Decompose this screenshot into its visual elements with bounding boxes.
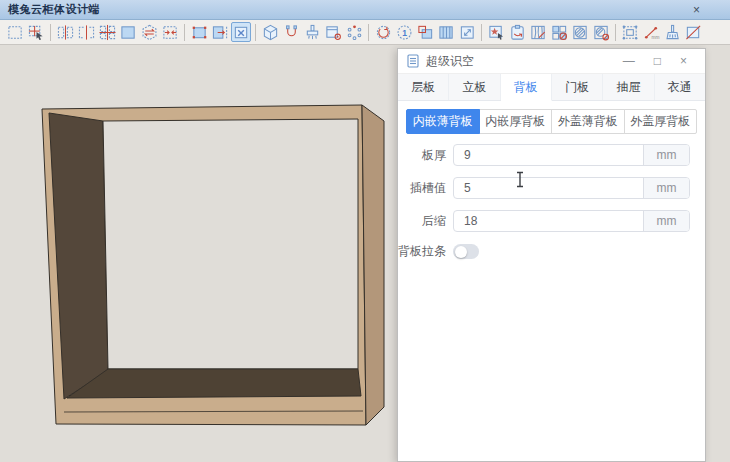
subtab-overlay-thick-back[interactable]: 外盖厚背板 [624, 109, 698, 134]
toolbar-separator [368, 24, 369, 41]
board-thickness-label: 板厚 [398, 147, 446, 164]
select-area-icon[interactable] [5, 22, 25, 42]
svg-text:1: 1 [402, 27, 407, 37]
backpanel-type-segmented: 内嵌薄背板 内嵌厚背板 外盖薄背板 外盖厚背板 [406, 109, 697, 134]
select-area-cursor-icon[interactable] [26, 22, 46, 42]
svg-text:mm: mm [651, 34, 659, 39]
component-dots-icon[interactable] [344, 22, 364, 42]
main-toolbar: 1mm [0, 20, 730, 45]
resize-panel-icon[interactable] [457, 22, 477, 42]
panel-titlebar: 超级识空 — □ × [398, 49, 705, 74]
back-inset-label: 后缩 [398, 213, 446, 230]
lined-panel-icon[interactable] [436, 22, 456, 42]
toolbar-separator [255, 24, 256, 41]
back-inset-unit: mm [643, 211, 689, 231]
curtain-edit-icon[interactable] [528, 22, 548, 42]
delete-panel-icon[interactable] [231, 22, 251, 42]
slot-value-row: 插槽值 mm [398, 177, 690, 199]
toolbar-separator [50, 24, 51, 41]
merge-panels-icon[interactable] [160, 22, 180, 42]
extend-panel-right-icon[interactable] [210, 22, 230, 42]
back-inset-input[interactable] [454, 211, 643, 231]
tab-yitong[interactable]: 衣通 [655, 74, 705, 100]
split-grid-icon[interactable] [97, 22, 117, 42]
slot-value-label: 插槽值 [398, 180, 446, 197]
subtab-inset-thin-back[interactable]: 内嵌薄背板 [406, 109, 480, 134]
grid-disable-icon[interactable] [549, 22, 569, 42]
back-inset-row: 后缩 mm [398, 210, 690, 232]
back-strip-toggle-label: 背板拉条 [398, 243, 446, 260]
slot-value-inputwrap: mm [453, 177, 690, 199]
panel-corner-points-icon[interactable] [189, 22, 209, 42]
toolbar-separator [184, 24, 185, 41]
board-thickness-unit: mm [643, 145, 689, 165]
panel-maximize-button[interactable]: □ [654, 49, 661, 74]
back-strip-toggle[interactable] [453, 244, 479, 259]
subtab-overlay-thin-back[interactable]: 外盖薄背板 [551, 109, 625, 134]
app-window: 模兔云柜体设计端 × 1mm 超级识空 — □ [0, 0, 730, 462]
magnet-snap-icon[interactable] [281, 22, 301, 42]
panel-title: 超级识空 [426, 53, 474, 70]
box-3d-icon[interactable] [260, 22, 280, 42]
hatch-material-remove-icon[interactable] [591, 22, 611, 42]
split-two-panels-icon[interactable] [55, 22, 75, 42]
paint-brush-icon[interactable] [302, 22, 322, 42]
back-strip-row: 背板拉条 [398, 243, 690, 260]
tab-menban[interactable]: 门板 [552, 74, 603, 100]
overlap-panels-icon[interactable] [415, 22, 435, 42]
panel-form: 板厚 mm 插槽值 mm 后缩 mm [398, 134, 705, 260]
disable-slash-icon[interactable] [683, 22, 703, 42]
board-thickness-row: 板厚 mm [398, 144, 690, 166]
board-thickness-inputwrap: mm [453, 144, 690, 166]
box-settings-icon[interactable] [323, 22, 343, 42]
panel-document-icon [407, 54, 420, 68]
subtab-inset-thick-back[interactable]: 内嵌厚背板 [479, 109, 553, 134]
panel-window-controls: — □ × [623, 49, 687, 74]
tab-cengban[interactable]: 层板 [398, 74, 449, 100]
toggle-knob [455, 246, 467, 258]
number-one-component-icon[interactable]: 1 [394, 22, 414, 42]
toolbar-separator [481, 24, 482, 41]
board-thickness-input[interactable] [454, 145, 643, 165]
clipboard-transfer-icon[interactable] [507, 22, 527, 42]
tab-liban[interactable]: 立板 [449, 74, 500, 100]
slot-value-input[interactable] [454, 178, 643, 198]
split-brackets-icon[interactable] [76, 22, 96, 42]
swap-panels-icon[interactable] [139, 22, 159, 42]
hatch-material-icon[interactable] [570, 22, 590, 42]
measure-dimension-icon[interactable]: mm [641, 22, 661, 42]
window-titlebar: 模兔云柜体设计端 × [0, 0, 730, 20]
back-inset-inputwrap: mm [453, 210, 690, 232]
window-title: 模兔云柜体设计端 [8, 2, 100, 17]
panel-close-button[interactable]: × [680, 49, 687, 74]
rotate-component-icon[interactable] [373, 22, 393, 42]
panel-minimize-button[interactable]: — [623, 49, 635, 74]
dialog-panel: 超级识空 — □ × 层板 立板 背板 门板 抽屉 衣通 内嵌薄背板 内嵌厚背板… [397, 48, 706, 462]
fill-panel-icon[interactable] [118, 22, 138, 42]
panel-tab-bar: 层板 立板 背板 门板 抽屉 衣通 [398, 74, 705, 101]
window-close-button[interactable]: × [693, 1, 700, 19]
toolbar-separator [615, 24, 616, 41]
slot-value-unit: mm [643, 178, 689, 198]
tab-beiban[interactable]: 背板 [501, 74, 552, 101]
star-pick-icon[interactable] [486, 22, 506, 42]
clean-broom-icon[interactable] [662, 22, 682, 42]
tab-chouti[interactable]: 抽屉 [603, 74, 654, 100]
frame-edit-icon[interactable] [620, 22, 640, 42]
